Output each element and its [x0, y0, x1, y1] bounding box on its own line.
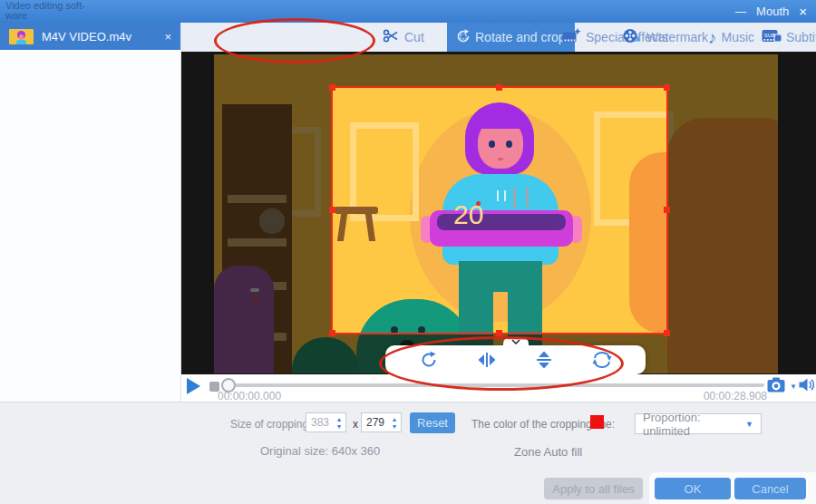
crop-handle[interactable]: [496, 330, 502, 336]
file-item[interactable]: M4V VIDEO.m4v ×: [0, 23, 180, 50]
minimize-icon[interactable]: —: [735, 5, 746, 18]
snapshot-caret-icon[interactable]: ▼: [790, 383, 797, 391]
special-effects-icon: [562, 28, 581, 46]
file-close-icon[interactable]: ×: [164, 30, 171, 44]
ok-button[interactable]: OK: [655, 478, 731, 499]
crop-height-input[interactable]: 279 ▲ ▼: [361, 412, 402, 432]
file-name: M4V VIDEO.m4v: [42, 30, 156, 44]
file-list-sidebar: M4V VIDEO.m4v ×: [0, 23, 181, 402]
crop-rectangle[interactable]: [331, 86, 668, 334]
crop-handle[interactable]: [496, 84, 502, 91]
tab-label: Cut: [404, 30, 424, 44]
illustration-detail: [252, 297, 259, 301]
tab-music[interactable]: ♪ Music: [708, 23, 754, 52]
rotate-flip-toolbar: [385, 345, 646, 374]
crop-handle[interactable]: [664, 330, 670, 336]
watermark-icon: [623, 28, 642, 47]
file-thumbnail: [9, 29, 34, 44]
crop-width-input[interactable]: 383 ▲ ▼: [306, 412, 346, 432]
original-size-label: Original size: 640x 360: [260, 444, 380, 458]
illustration-detail: [250, 288, 259, 292]
stepper-down-icon[interactable]: ▼: [392, 423, 398, 430]
close-icon[interactable]: ×: [799, 4, 807, 19]
stepper-up-icon[interactable]: ▲: [336, 416, 343, 422]
crop-handle[interactable]: [329, 207, 335, 213]
shelf: [228, 238, 287, 247]
tab-label: Watermark: [646, 30, 708, 44]
snapshot-icon[interactable]: [767, 377, 787, 396]
flip-vertical-button[interactable]: [532, 348, 556, 372]
crop-width-value[interactable]: 383: [306, 416, 333, 429]
play-button[interactable]: [187, 378, 200, 394]
crop-handle[interactable]: [329, 84, 335, 91]
subtitle-icon: SUB: [762, 28, 782, 46]
crop-settings-panel: Size of cropping area: 383 ▲ ▼ x 279 ▲ ▼…: [0, 402, 816, 504]
tab-label: Rotate and crop: [475, 30, 566, 44]
proportion-dropdown[interactable]: Proportion: unlimited ▼: [635, 413, 762, 434]
rotate-crop-icon: [456, 29, 471, 46]
seek-slider-track[interactable]: [224, 383, 764, 387]
video-preview-area: 20: [181, 52, 816, 374]
reset-button[interactable]: Reset: [410, 412, 455, 433]
crop-line-color-swatch[interactable]: [590, 415, 604, 429]
stepper-up-icon[interactable]: ▲: [392, 416, 398, 422]
tab-subtitle[interactable]: SUB Subtitle: [762, 23, 816, 52]
tab-watermark[interactable]: Watermark: [623, 23, 708, 52]
tab-label: Music: [722, 30, 755, 44]
titlebar: Video editing soft-ware — Mouth ×: [0, 0, 816, 23]
window-menu-label[interactable]: Mouth: [756, 5, 789, 18]
window-title: Video editing soft-ware: [5, 1, 103, 21]
illustration-person-front: [292, 337, 359, 373]
thumbnail-art: [19, 34, 24, 40]
window-controls: — Mouth ×: [735, 0, 807, 23]
tab-rotate-and-crop[interactable]: Rotate and crop: [447, 23, 575, 52]
cancel-button[interactable]: Cancel: [734, 478, 806, 499]
chevron-down-icon: [511, 339, 520, 344]
stepper-down-icon[interactable]: ▼: [336, 423, 343, 430]
rotate-180-button[interactable]: [590, 348, 614, 372]
crop-handle[interactable]: [664, 84, 670, 91]
proportion-value: Proportion: unlimited: [643, 411, 745, 438]
dimension-separator: x: [353, 418, 358, 431]
app-window: Video editing soft-ware — Mouth × M4V VI…: [0, 0, 816, 504]
illustration-person-left: [214, 266, 274, 373]
crop-handle[interactable]: [664, 207, 670, 213]
illustration-ball: [259, 208, 285, 234]
crop-width-stepper: ▲ ▼: [333, 416, 345, 430]
volume-icon[interactable]: [799, 377, 815, 396]
tab-cut[interactable]: Cut: [383, 23, 424, 52]
shelf: [228, 195, 287, 203]
crop-height-value[interactable]: 279: [362, 416, 388, 429]
music-note-icon: ♪: [708, 29, 717, 46]
thumbnail-art: [16, 40, 26, 44]
apply-to-all-files-button[interactable]: Apply to all files: [544, 478, 643, 499]
total-time: 00:00:28.908: [696, 390, 767, 402]
svg-text:SUB: SUB: [764, 33, 775, 38]
flip-horizontal-button[interactable]: [475, 348, 499, 372]
video-canvas: 20: [214, 54, 778, 373]
rotate-right-button[interactable]: [417, 348, 441, 372]
zone-auto-fill-label: Zone Auto fill: [514, 445, 582, 459]
playback-bar: 00:00:00.000 00:00:28.908 ▼: [181, 374, 816, 402]
current-time: 00:00:00.000: [218, 390, 281, 402]
collapse-tab[interactable]: [503, 337, 529, 352]
chevron-down-icon: ▼: [745, 420, 753, 429]
tab-label: Subtitle: [786, 30, 816, 44]
toolbar: Cut Rotate and crop Special effects: [181, 23, 816, 52]
crop-handle[interactable]: [329, 330, 335, 336]
crop-height-stepper: ▲ ▼: [388, 416, 401, 430]
scissors-icon: [383, 28, 400, 46]
